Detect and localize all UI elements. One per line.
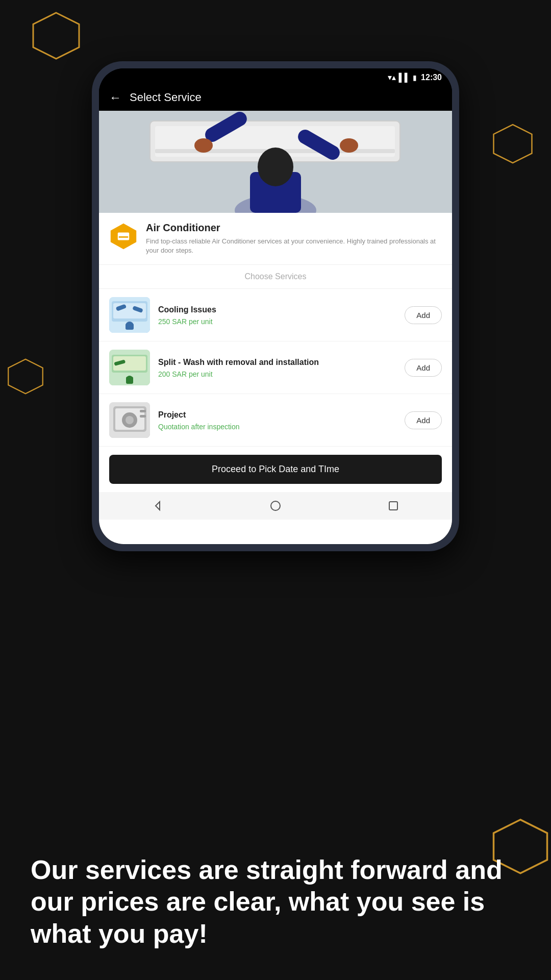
service-item-cooling: Cooling Issues 250 SAR per unit Add [99, 289, 452, 341]
page-title: Select Service [130, 91, 202, 104]
phone-frame: ▾▴ ▌▌ ▮ 12:30 ← Select Service [92, 61, 459, 551]
marketing-text: Our services are straight forward and ou… [31, 854, 520, 949]
svg-rect-22 [126, 324, 134, 330]
nav-back-icon [152, 500, 164, 512]
service-description: Find top-class reliable Air Conditioner … [146, 237, 442, 255]
project-title: Project [158, 410, 396, 421]
hex-decoration-top-right [490, 122, 536, 174]
status-bar: ▾▴ ▌▌ ▮ 12:30 [99, 68, 452, 84]
project-image-svg [109, 402, 150, 438]
status-time: 12:30 [421, 73, 442, 82]
nav-home-icon [269, 500, 282, 512]
hex-decoration-mid-left [5, 357, 46, 403]
cooling-image-svg [109, 297, 150, 333]
project-details: Project Quotation after inspection [158, 410, 396, 431]
cooling-price: 250 SAR per unit [158, 317, 396, 326]
service-header: Air Conditioner Find top-class reliable … [99, 213, 452, 265]
svg-point-13 [194, 138, 213, 153]
svg-marker-0 [33, 13, 79, 59]
nav-bar [99, 492, 452, 520]
service-area: Air Conditioner Find top-class reliable … [99, 213, 452, 544]
proceed-button[interactable]: Proceed to Pick Date and TIme [109, 455, 442, 484]
nav-back-button[interactable] [150, 498, 165, 513]
split-details: Split - Wash with removal and installati… [158, 357, 396, 378]
status-icons: ▾▴ ▌▌ ▮ [388, 72, 417, 82]
hex-decoration-top-left [31, 10, 82, 71]
cooling-add-button[interactable]: Add [405, 306, 442, 324]
cooling-details: Cooling Issues 250 SAR per unit [158, 305, 396, 326]
svg-point-39 [271, 501, 280, 510]
svg-rect-37 [140, 415, 146, 418]
svg-marker-2 [8, 359, 43, 394]
nav-home-button[interactable] [268, 498, 283, 513]
svg-point-14 [340, 138, 358, 153]
service-name: Air Conditioner [146, 222, 442, 234]
hero-svg [99, 111, 452, 213]
svg-point-35 [126, 416, 134, 424]
project-add-button[interactable]: Add [405, 411, 442, 429]
hero-image [99, 111, 452, 213]
cooling-image [109, 297, 150, 333]
cooling-title: Cooling Issues [158, 305, 396, 315]
nav-recent-button[interactable] [386, 498, 401, 513]
service-item-project: Project Quotation after inspection Add [99, 394, 452, 447]
svg-marker-1 [494, 125, 532, 163]
wifi-icon: ▾▴ [388, 72, 396, 82]
nav-recent-icon [387, 500, 399, 512]
split-title: Split - Wash with removal and installati… [158, 357, 396, 368]
top-bar: ← Select Service [99, 84, 452, 111]
svg-rect-36 [140, 410, 146, 412]
split-price: 200 SAR per unit [158, 370, 396, 378]
svg-rect-40 [389, 502, 397, 510]
app-content: ← Select Service [99, 84, 452, 544]
signal-icon: ▌▌ [398, 73, 410, 82]
svg-rect-29 [126, 377, 133, 384]
service-info: Air Conditioner Find top-class reliable … [146, 222, 442, 255]
project-price: Quotation after inspection [158, 423, 396, 431]
battery-icon: ▮ [413, 74, 417, 82]
split-image-svg [109, 350, 150, 385]
back-button[interactable]: ← [109, 90, 121, 105]
phone-screen: ▾▴ ▌▌ ▮ 12:30 ← Select Service [99, 68, 452, 544]
project-image [109, 402, 150, 438]
svg-rect-17 [119, 236, 129, 238]
split-image [109, 350, 150, 385]
svg-point-10 [258, 148, 293, 186]
service-item-split: Split - Wash with removal and installati… [99, 341, 452, 394]
split-add-button[interactable]: Add [405, 359, 442, 377]
svg-marker-38 [156, 502, 160, 510]
service-icon [109, 222, 138, 251]
choose-services-label: Choose Services [99, 265, 452, 289]
